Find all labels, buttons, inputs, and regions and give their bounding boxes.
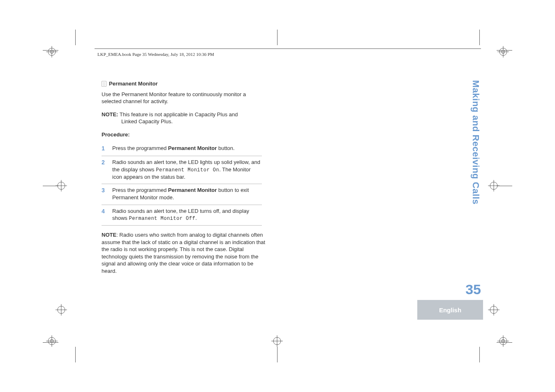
chapter-title: Making and Receiving Calls xyxy=(470,80,481,205)
page-number: 35 xyxy=(465,281,481,297)
crop-line xyxy=(95,48,481,49)
crop-mark xyxy=(479,30,480,45)
after-note-label: NOTE xyxy=(102,232,116,238)
step-bold: Permanent Monitor xyxy=(168,145,217,151)
crop-mark xyxy=(75,347,76,362)
crop-mark xyxy=(497,50,512,51)
note-text-line1: This feature is not applicable in Capaci… xyxy=(120,111,238,118)
language-block: English xyxy=(417,300,483,320)
step-number: 4 xyxy=(102,208,106,222)
procedure-step: 2 Radio sounds an alert tone, the LED li… xyxy=(102,156,262,184)
registration-mark-icon xyxy=(46,335,58,347)
procedure-step: 4 Radio sounds an alert tone, the LED tu… xyxy=(102,205,262,226)
crop-mark xyxy=(479,347,480,362)
crop-mark xyxy=(277,347,278,362)
after-note-text: : Radio users who switch from analog to … xyxy=(102,232,265,274)
step-number: 3 xyxy=(102,187,106,201)
crop-mark xyxy=(277,30,278,45)
crop-mark xyxy=(43,50,58,51)
registration-mark-icon xyxy=(497,46,509,58)
step-body: Radio sounds an alert tone, the LED turn… xyxy=(112,208,262,222)
main-content: Permanent Monitor Use the Permanent Moni… xyxy=(102,80,266,275)
crop-mark xyxy=(43,342,58,343)
step-body: Press the programmed Permanent Monitor b… xyxy=(112,145,262,152)
section-title-row: Permanent Monitor xyxy=(102,80,266,88)
note-label: NOTE: xyxy=(102,111,118,118)
procedure-step: 3 Press the programmed Permanent Monitor… xyxy=(102,184,262,205)
crop-mark xyxy=(497,186,512,186)
step-lcd-text: Permanent Monitor On xyxy=(156,167,219,173)
step-body: Radio sounds an alert tone, the LED ligh… xyxy=(112,159,262,180)
language-label: English xyxy=(439,307,461,314)
after-note: NOTE: Radio users who switch from analog… xyxy=(102,231,266,274)
running-head: LKP_EMEA.book Page 35 Wednesday, July 18… xyxy=(97,52,214,57)
section-title: Permanent Monitor xyxy=(109,80,157,88)
step-lcd-text: Permanent Monitor Off xyxy=(129,216,195,221)
step-bold: Permanent Monitor xyxy=(168,187,217,193)
procedure-label: Procedure: xyxy=(102,131,266,138)
note-text-line2: Linked Capacity Plus. xyxy=(121,118,266,125)
note-block: NOTE: This feature is not applicable in … xyxy=(102,111,266,125)
crop-mark xyxy=(497,342,512,343)
registration-mark-icon xyxy=(56,304,67,316)
step-body: Press the programmed Permanent Monitor b… xyxy=(112,187,262,201)
step-text: . xyxy=(195,215,197,221)
registration-mark-icon xyxy=(46,46,58,58)
registration-mark-icon xyxy=(497,335,509,347)
step-number: 2 xyxy=(102,159,106,180)
document-icon xyxy=(102,81,106,87)
intro-text: Use the Permanent Monitor feature to con… xyxy=(102,91,266,105)
step-text: Press the programmed xyxy=(112,187,168,193)
registration-mark-icon xyxy=(488,304,500,316)
step-text: button. xyxy=(217,145,234,151)
step-number: 1 xyxy=(102,145,106,152)
crop-mark xyxy=(75,30,76,45)
procedure-step: 1 Press the programmed Permanent Monitor… xyxy=(102,142,262,156)
registration-mark-icon xyxy=(271,335,283,347)
crop-mark xyxy=(43,186,58,186)
step-text: Press the programmed xyxy=(112,145,168,151)
